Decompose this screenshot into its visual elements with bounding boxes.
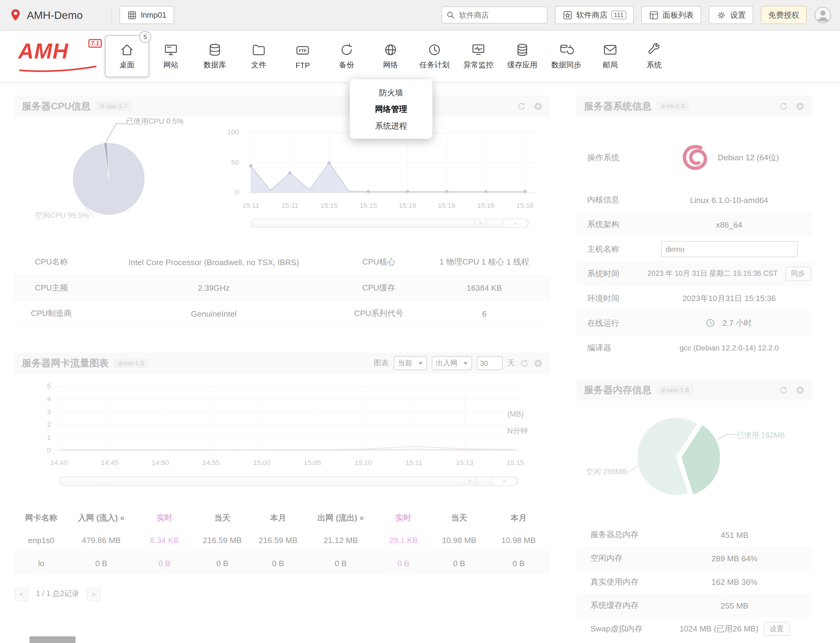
search-input[interactable] [458, 10, 543, 20]
direction-select[interactable]: 出入网 [432, 356, 472, 370]
app-title: AMH-Demo [27, 9, 83, 21]
next-page-button[interactable]: > [87, 587, 101, 601]
star-box-icon [562, 10, 573, 20]
refresh-icon[interactable] [779, 385, 788, 395]
amh-dashboard: AMH-Demo lnmp01 软件商店 111 [0, 0, 840, 643]
svg-text:FTP: FTP [299, 49, 307, 53]
topbar: AMH-Demo lnmp01 软件商店 111 [0, 0, 840, 31]
nav-item-cache[interactable]: 缓存应用 [501, 35, 544, 77]
nav-item-file[interactable]: 文件 [237, 35, 281, 77]
system-info-panel: 服务器系统信息 d-os-1.3 操作系统 Debian 12 (64位) [576, 95, 812, 360]
chart-scrollbar[interactable]: ≡ ≡ [251, 219, 529, 228]
store-button[interactable]: 软件商店 111 [555, 6, 634, 24]
store-button-label: 软件商店 [576, 10, 607, 20]
panel-list-label: 面板列表 [662, 10, 694, 20]
divider [111, 5, 112, 24]
chart-mode-select[interactable]: 当前 [393, 356, 427, 370]
desktop-icon [119, 42, 134, 57]
nav-item-ftp[interactable]: FTP FTP [281, 35, 325, 77]
user-avatar[interactable] [814, 7, 832, 23]
brand-version: 7.1 [88, 39, 101, 47]
nav-item-website[interactable]: 网站 [149, 35, 193, 77]
chevron-down-icon [463, 362, 468, 364]
close-icon[interactable] [796, 101, 805, 111]
os-row-operating-system: 操作系统 Debian 12 (64位) [576, 127, 812, 188]
nav-item-system[interactable]: 系统 [632, 35, 676, 77]
uptime-clock-icon [706, 319, 715, 327]
y-tick: 0 [221, 188, 239, 196]
days-input[interactable] [477, 356, 502, 370]
os-row-system-time: 系统时间 2023 年 10月 31日 星期二 15:15:36 CST 同步 [576, 261, 812, 286]
network-dropdown-menu: 防火墙 网络管理 系统进程 [350, 79, 432, 139]
hostname-input[interactable] [661, 241, 797, 257]
close-icon[interactable] [534, 359, 543, 368]
y-tick: 50 [221, 158, 239, 166]
store-count-badge: 111 [611, 11, 626, 19]
scrollbar-grip[interactable]: ≡ [475, 219, 486, 227]
nav-items: 5 桌面 网站 数据库 文件 [105, 35, 676, 77]
menu-item-processes[interactable]: 系统进程 [350, 118, 432, 134]
nav-item-sync[interactable]: 数据同步 [544, 35, 588, 77]
store-search[interactable] [441, 7, 547, 23]
table-header-row: 网卡名称 入网 (流入) » 实时 当天 本月 出网 (流出) » 实时 当天 … [14, 508, 550, 528]
ram-free-label: 空闲 289MB [586, 467, 627, 477]
nav-item-backup[interactable]: 备份 [325, 35, 369, 77]
memory-pie-chart [587, 409, 769, 518]
refresh-icon[interactable] [517, 101, 526, 111]
net-panel-header: 服务器网卡流量图表 d-net-1.6 图表 当前 出入网 天 [14, 353, 550, 374]
scrollbar-grip[interactable]: ≡ [464, 477, 476, 485]
panel-version-badge: d-cpu-1.7 [96, 101, 132, 111]
pagination: < 1 / 1 总2记录 > [14, 587, 101, 601]
brand-text: AMH [18, 39, 69, 62]
swap-settings-button[interactable]: 设置 [764, 622, 789, 636]
data-sync-icon [559, 42, 574, 57]
scrollbar-button[interactable]: ≡ [502, 219, 528, 228]
net-traffic-chart [55, 382, 520, 460]
os-row-hostname: 主机名称 [576, 237, 812, 261]
y-tick: 100 [221, 128, 239, 136]
server-select-button[interactable]: lnmp01 [119, 6, 174, 24]
settings-button[interactable]: 设置 [709, 6, 753, 24]
chevron-down-icon [418, 362, 422, 364]
wrench-icon [647, 42, 662, 57]
grid-icon [127, 10, 137, 20]
debian-logo [679, 140, 711, 175]
chart-scrollbar[interactable]: ≡ ≡ [59, 477, 518, 486]
brand-swoosh [18, 65, 99, 72]
close-icon[interactable] [796, 385, 805, 395]
nav-item-schedule[interactable]: 任务计划 [413, 35, 456, 77]
cpu-info-panel: 服务器CPU信息 d-cpu-1.7 已使用CPU 0.5% 空闲CPU 99.… [14, 95, 550, 328]
nav-item-monitor[interactable]: 异常监控 [457, 35, 501, 77]
os-row-env-time: 环境时间 2023年10月31日 15:15:36 [576, 286, 812, 311]
close-icon[interactable] [534, 101, 543, 111]
prev-page-button[interactable]: < [14, 587, 28, 601]
os-name: Debian 12 (64位) [718, 152, 779, 162]
panel-version-badge: d-ram-1.8 [657, 385, 693, 395]
panel-list-icon [649, 10, 659, 20]
unit-minutes: N分钟 [507, 426, 528, 436]
cpu-pie-chart [36, 117, 197, 245]
refresh-icon[interactable] [520, 359, 529, 368]
cpu-free-label: 空闲CPU 99.5% [35, 211, 89, 221]
app-logo[interactable]: AMH-Demo [8, 8, 104, 22]
scrollbar-button[interactable]: ≡ [492, 477, 517, 486]
nav-item-mail[interactable]: 邮局 [588, 35, 632, 77]
license-button[interactable]: 免费授权 [761, 6, 807, 24]
cpu-used-label: 已使用CPU 0.5% [126, 117, 183, 126]
panel-version-badge: d-os-1.3 [657, 101, 689, 111]
nav-item-network[interactable]: 网络 [369, 35, 413, 77]
sync-time-button[interactable]: 同步 [785, 267, 811, 281]
menu-item-network-manage[interactable]: 网络管理 [350, 101, 432, 117]
nav-item-database[interactable]: 数据库 [193, 35, 237, 77]
ram-row-total: 服务器总内存 451 MB [576, 523, 812, 547]
menu-item-firewall[interactable]: 防火墙 [350, 84, 432, 101]
panel-list-button[interactable]: 面板列表 [641, 6, 701, 24]
database-icon [207, 42, 222, 57]
refresh-icon[interactable] [779, 101, 788, 111]
table-row: enp1s0 479.86 MB 8.34 KB 216.59 MB 216.5… [14, 528, 550, 551]
net-interface-table: 网卡名称 入网 (流入) » 实时 当天 本月 出网 (流出) » 实时 当天 … [14, 508, 550, 574]
settings-label: 设置 [730, 10, 746, 20]
nav-item-desktop[interactable]: 5 桌面 [105, 35, 149, 77]
memory-info-panel: 服务器内存信息 d-ram-1.8 已使用 162MB 空闲 289MB 服务器… [576, 379, 812, 643]
folder-icon [251, 42, 266, 57]
